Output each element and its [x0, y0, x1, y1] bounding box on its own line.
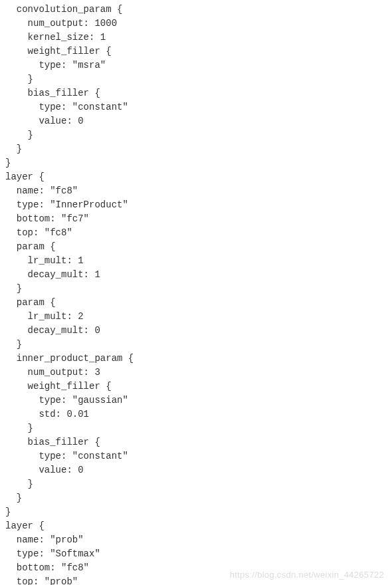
code-block: convolution_param { num_output: 1000 ker… [5, 3, 387, 585]
